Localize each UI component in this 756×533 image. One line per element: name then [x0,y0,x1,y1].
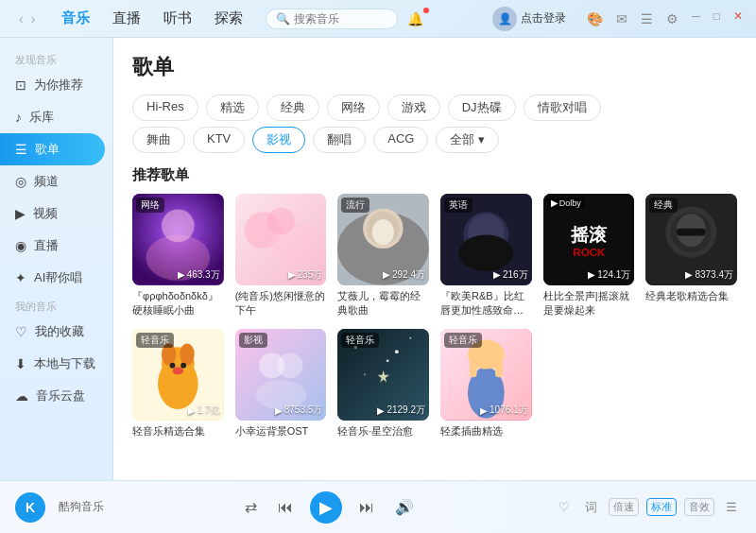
playlist-queue-button[interactable]: ☰ [722,498,741,516]
volume-button[interactable]: 🔊 [391,494,418,520]
play-count-6: ▶ 8373.4万 [685,268,733,282]
sidebar-item-cloud[interactable]: ☁ 音乐云盘 [0,380,112,412]
skin-icon[interactable]: 🎨 [583,9,607,28]
playlist-card-6[interactable]: 经典 ▶ 8373.4万 经典老歌精选合集 [645,194,737,318]
window-controls: 🎨 ✉ ☰ ⚙ ─ □ ✕ [583,9,747,28]
playlist-card-2[interactable]: ▶ 235万 (纯音乐)悠闲惬意的下午 [235,194,327,318]
search-box[interactable]: 🔍 [266,9,398,29]
filter-selected[interactable]: 精选 [206,95,259,121]
speed-button[interactable]: 倍速 [609,498,639,516]
playlist-card-5[interactable]: 摇滚 ROCK ▶Dolby ▶ 124.1万 杜比全景声|摇滚就是要燥起来 [543,194,635,318]
badge-8: 影视 [239,333,267,348]
library-icon: ♪ [15,110,22,125]
play-count-9: ▶ 2129.2万 [377,404,425,417]
live-icon: ◉ [15,238,26,253]
filter-internet[interactable]: 网络 [327,95,380,121]
sidebar-label-local: 本地与下载 [34,355,95,372]
filter-movie[interactable]: 影视 [252,127,305,153]
next-button[interactable]: ⏭ [355,495,378,520]
minimize-button[interactable]: ─ [688,9,704,28]
svg-point-39 [395,351,399,354]
filter-ktv[interactable]: KTV [193,127,245,153]
filter-game[interactable]: 游戏 [387,95,440,121]
sidebar-item-library[interactable]: ♪ 乐库 [0,101,112,133]
svg-point-34 [277,353,302,379]
playlist-card-4[interactable]: 英语 ▶ 216万 『欧美R&B』比红唇更加性感致命的旋律 [440,194,532,318]
sidebar-label-live: 直播 [34,237,59,254]
playlist-card-1[interactable]: 网络 ▶ 463.3万 『φρφhδoδnδkδ』硬核睡眠小曲 [132,194,224,318]
filter-duet[interactable]: 情歌对唱 [524,95,601,121]
sidebar-label-video: 视频 [33,205,58,222]
search-input[interactable] [294,12,387,26]
close-button[interactable]: ✕ [730,9,747,28]
sidebar-item-video[interactable]: ▶ 视频 [0,198,112,230]
playlist-card-3[interactable]: 流行 ▶ 292.4万 艾薇儿，霉霉的经典歌曲 [337,194,429,318]
player-controls: ⇄ ⏮ ▶ ⏭ 🔊 [113,491,545,524]
playlist-name-2: (纯音乐)悠闲惬意的下午 [235,289,327,318]
nav-explore[interactable]: 探索 [205,6,252,31]
playlist-card-10[interactable]: 轻音乐 ▶ 1076.1万 轻柔插曲精选 [440,329,532,438]
like-button[interactable]: ♡ [555,498,574,516]
filter-classic[interactable]: 经典 [266,95,319,121]
settings-icon[interactable]: ⚙ [662,9,682,28]
playlist-card-8[interactable]: 影视 ▶ 8753.5万 小幸运背景OST [235,329,327,438]
effect-button[interactable]: 音效 [684,498,714,516]
filter-dance[interactable]: 舞曲 [132,127,185,153]
badge-3: 流行 [341,198,369,213]
filter-cover[interactable]: 翻唱 [313,127,366,153]
cloud-icon: ☁ [15,388,28,404]
filter-dj[interactable]: DJ热碟 [448,95,516,121]
shuffle-button[interactable]: ⇄ [241,494,261,520]
playlist-thumb-6: 经典 ▶ 8373.4万 [645,194,737,285]
mail-icon[interactable]: ✉ [612,9,631,28]
login-text: 点击登录 [521,10,566,26]
filter-acg[interactable]: ACG [373,127,428,153]
nav-music[interactable]: 音乐 [52,6,99,31]
sidebar-label-recommend: 为你推荐 [34,77,83,94]
login-button[interactable]: 👤 点击登录 [492,7,566,31]
playlist-thumb-10: 轻音乐 ▶ 1076.1万 [440,329,532,421]
filter-hires[interactable]: Hi-Res [132,95,198,121]
playlist-grid: 网络 ▶ 463.3万 『φρφhδoδnδkδ』硬核睡眠小曲 ▶ 235万 [132,194,737,439]
sidebar-item-ai[interactable]: ✦ AI帮你唱 [0,262,112,294]
back-arrow[interactable]: ‹ [17,9,26,28]
quality-button[interactable]: 标准 [646,498,677,516]
playlist-name-3: 艾薇儿，霉霉的经典歌曲 [337,289,429,318]
svg-text:摇滚: 摇滚 [570,225,608,245]
playlist-card-7[interactable]: 轻音乐 ▶ 1.7亿 轻音乐精选合集 [132,329,224,438]
sidebar-item-local[interactable]: ⬇ 本地与下载 [0,348,112,380]
prev-button[interactable]: ⏮ [274,495,297,520]
app-name: 酷狗音乐 [59,499,104,515]
notification-icon[interactable]: 🔔 [404,9,427,28]
playlist-name-7: 轻音乐精选合集 [132,424,224,438]
app-logo: K [15,492,45,523]
playlist-name-10: 轻柔插曲精选 [440,424,532,438]
nav-audiobook[interactable]: 听书 [154,6,201,31]
lyrics-button[interactable]: 词 [581,497,601,518]
sidebar-item-playlist[interactable]: ☰ 歌单 [0,133,105,165]
sidebar-item-recommend[interactable]: ⊡ 为你推荐 [0,69,112,101]
nav-live[interactable]: 直播 [103,6,150,31]
svg-point-41 [387,360,389,363]
svg-point-31 [173,368,184,375]
ai-icon: ✦ [15,270,26,285]
title-bar-right: 👤 点击登录 🎨 ✉ ☰ ⚙ ─ □ ✕ [492,7,747,31]
svg-point-15 [458,235,513,272]
menu-icon[interactable]: ☰ [637,9,657,28]
playlist-thumb-8: 影视 ▶ 8753.5万 [235,329,327,421]
sidebar-item-channel[interactable]: ◎ 频道 [0,165,112,198]
sidebar-item-favorites[interactable]: ♡ 我的收藏 [0,316,112,348]
playlist-card-9[interactable]: 轻音乐 ▶ 2129.2万 轻音乐·星空治愈 [337,329,429,438]
nav-arrows: ‹ › [17,9,37,28]
sidebar-item-live[interactable]: ◉ 直播 [0,230,112,262]
forward-arrow[interactable]: › [29,9,38,28]
maximize-button[interactable]: □ [710,9,724,28]
playlist-thumb-1: 网络 ▶ 463.3万 [132,194,224,285]
badge-6: 经典 [649,198,678,213]
playlist-thumb-4: 英语 ▶ 216万 [440,194,532,285]
badge-1: 网络 [136,198,164,213]
content-area: 歌单 Hi-Res 精选 经典 网络 游戏 DJ热碟 情歌对唱 舞曲 KTV 影… [113,38,756,480]
filter-more[interactable]: 全部 ▾ [436,127,499,153]
play-button[interactable]: ▶ [310,491,342,524]
video-icon: ▶ [15,206,26,221]
